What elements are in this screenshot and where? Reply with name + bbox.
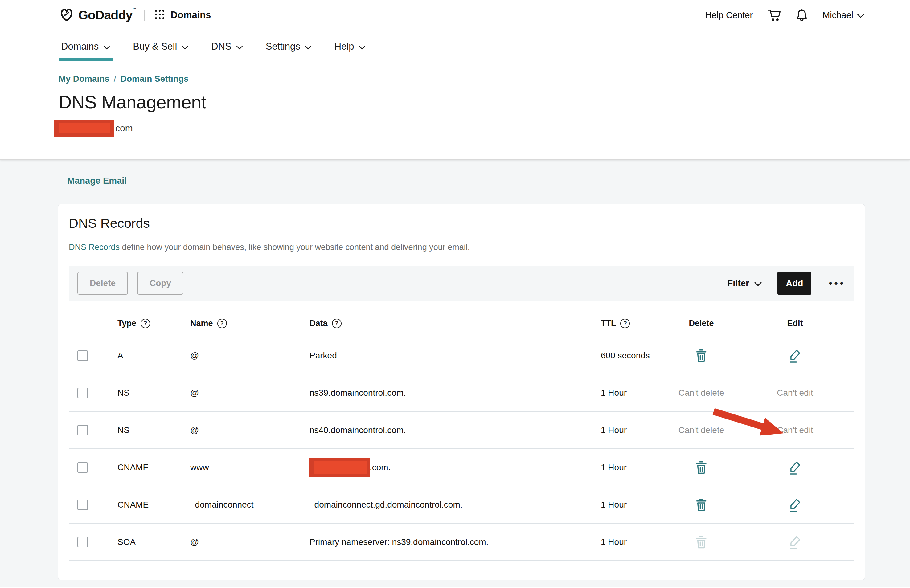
page-title: DNS Management: [58, 92, 910, 113]
delete-button[interactable]: Delete: [78, 272, 128, 295]
record-type: NS: [118, 425, 190, 435]
record-type: SOA: [118, 537, 190, 547]
action-unavailable-label: Can't delete: [679, 388, 724, 398]
trash-icon[interactable]: [695, 349, 708, 363]
tab-label: DNS: [211, 41, 231, 52]
table-header-row: Type? Name? Data? TTL? Delete Edit: [69, 310, 854, 337]
app-switcher[interactable]: Domains: [154, 9, 211, 21]
row-checkbox[interactable]: [78, 537, 88, 547]
tab-settings[interactable]: Settings: [263, 28, 314, 65]
table-row: NS @ ns39.domaincontrol.com. 1 Hour Can'…: [69, 375, 854, 412]
row-checkbox[interactable]: [78, 388, 88, 398]
table-row: CNAME _domainconnect _domainconnect.gd.d…: [69, 486, 854, 523]
record-ttl: 1 Hour: [601, 537, 668, 547]
help-center-link[interactable]: Help Center: [705, 10, 753, 20]
chevron-down-icon: [236, 41, 243, 52]
edit-pencil-icon[interactable]: [789, 498, 802, 512]
record-ttl: 600 seconds: [601, 351, 668, 360]
description-text: define how your domain behaves, like sho…: [120, 242, 470, 252]
chevron-down-icon: [857, 10, 865, 20]
add-button[interactable]: Add: [777, 272, 811, 295]
tab-label: Settings: [266, 41, 300, 52]
bell-icon[interactable]: [795, 8, 808, 22]
chevron-down-icon: [305, 41, 312, 52]
trash-icon[interactable]: [695, 498, 708, 512]
copy-button[interactable]: Copy: [137, 272, 183, 295]
trash-icon[interactable]: [695, 460, 708, 475]
col-header-delete: Delete: [689, 319, 714, 328]
dns-records-description: DNS Records define how your domain behav…: [69, 242, 854, 252]
record-edit-cell: Can't edit: [735, 425, 855, 435]
row-checkbox[interactable]: [78, 425, 88, 435]
breadcrumb-my-domains[interactable]: My Domains: [58, 74, 110, 84]
record-name: @: [190, 537, 309, 547]
record-name: www: [190, 462, 309, 472]
col-header-type: Type: [118, 319, 136, 328]
breadcrumb-domain-settings[interactable]: Domain Settings: [121, 74, 189, 84]
row-checkbox[interactable]: [78, 499, 88, 510]
edit-pencil-icon[interactable]: [789, 460, 802, 475]
dns-records-link[interactable]: DNS Records: [69, 242, 120, 252]
more-options-button[interactable]: •••: [827, 278, 845, 289]
tab-help[interactable]: Help: [332, 28, 368, 65]
record-data-suffix: .com.: [370, 462, 391, 472]
record-data: ns39.domaincontrol.com.: [309, 388, 601, 398]
tab-buy-sell[interactable]: Buy & Sell: [130, 28, 191, 65]
col-header-ttl: TTL: [601, 319, 616, 328]
record-name: @: [190, 425, 309, 435]
page-header: GoDaddy™ | Domains Help Center: [0, 0, 910, 160]
row-checkbox[interactable]: [78, 462, 88, 473]
table-row: CNAME www .com. 1 Hour: [69, 449, 854, 486]
tab-dns[interactable]: DNS: [209, 28, 245, 65]
record-delete-cell: Can't delete: [668, 388, 735, 398]
record-data: .com.: [309, 458, 601, 477]
help-icon[interactable]: ?: [332, 319, 341, 328]
help-icon[interactable]: ?: [141, 319, 150, 328]
record-ttl: 1 Hour: [601, 500, 668, 510]
page-body: Manage Email DNS Records DNS Records def…: [0, 160, 910, 587]
manage-email-link[interactable]: Manage Email: [67, 176, 127, 186]
record-edit-cell: [735, 498, 855, 512]
filter-dropdown[interactable]: Filter: [727, 278, 762, 288]
domain-suffix: com: [115, 123, 133, 133]
record-name: @: [190, 351, 309, 360]
filter-label: Filter: [727, 278, 749, 288]
record-edit-cell: [735, 535, 855, 549]
dns-records-title: DNS Records: [69, 216, 854, 231]
table-row: SOA @ Primary nameserver: ns39.domaincon…: [69, 523, 854, 561]
app-name: Domains: [171, 10, 211, 21]
record-data: ns40.domaincontrol.com.: [309, 425, 601, 435]
record-ttl: 1 Hour: [601, 425, 668, 435]
redaction-box: [309, 458, 370, 477]
breadcrumb-separator: /: [114, 74, 116, 84]
col-header-name: Name: [190, 319, 213, 328]
app-grid-icon: [154, 9, 165, 21]
user-name: Michael: [823, 10, 853, 20]
record-ttl: 1 Hour: [601, 462, 668, 472]
trash-icon: [695, 535, 708, 549]
header-divider: |: [143, 9, 146, 21]
record-edit-cell: [735, 348, 855, 363]
record-name: _domainconnect: [190, 500, 309, 510]
record-name: @: [190, 388, 309, 398]
godaddy-logo-icon: [58, 6, 74, 24]
tab-domains[interactable]: Domains: [58, 28, 113, 65]
godaddy-brand[interactable]: GoDaddy™: [58, 6, 136, 24]
user-menu[interactable]: Michael: [823, 10, 865, 20]
help-icon[interactable]: ?: [620, 319, 630, 328]
action-unavailable-label: Can't edit: [777, 388, 813, 398]
dns-records-card: DNS Records DNS Records define how your …: [58, 204, 865, 580]
record-data: Parked: [309, 351, 601, 360]
action-unavailable-label: Can't delete: [679, 425, 724, 435]
record-type: A: [118, 351, 190, 360]
cart-icon[interactable]: [767, 8, 781, 22]
breadcrumb: My Domains / Domain Settings: [58, 74, 910, 84]
help-icon[interactable]: ?: [217, 319, 227, 328]
record-ttl: 1 Hour: [601, 388, 668, 398]
edit-pencil-icon[interactable]: [789, 348, 802, 363]
record-type: NS: [118, 388, 190, 398]
row-checkbox[interactable]: [78, 351, 88, 361]
top-bar: GoDaddy™ | Domains Help Center: [0, 0, 910, 28]
record-delete-cell: [668, 460, 735, 475]
col-header-data: Data: [309, 319, 328, 328]
